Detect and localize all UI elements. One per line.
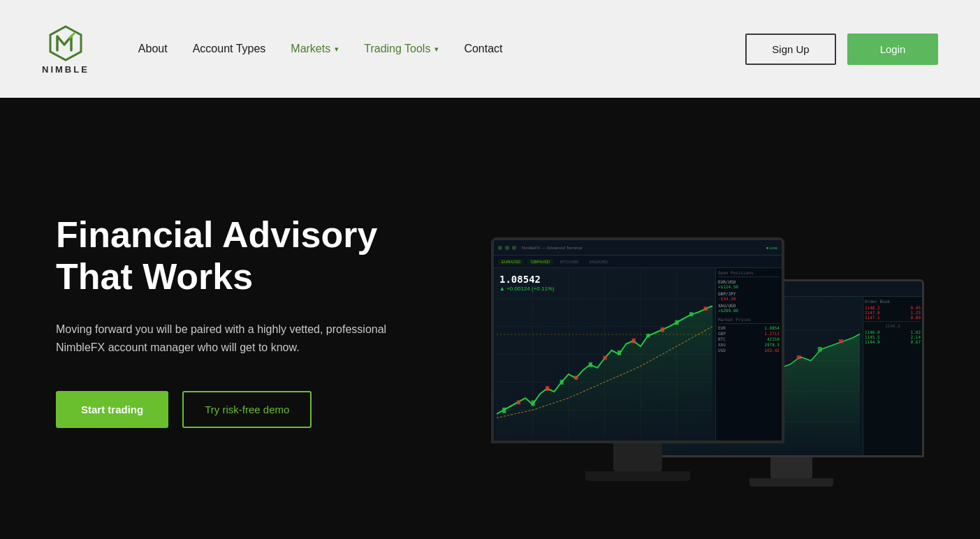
front-screen: NimbleFX — Advanced Terminal ● Live EUR/… (491, 237, 784, 443)
start-trading-button[interactable]: Start trading (56, 391, 168, 428)
nav-trading-tools[interactable]: Trading Tools ▾ (364, 43, 439, 55)
monitor-front: NimbleFX — Advanced Terminal ● Live EUR/… (491, 237, 784, 503)
nav-markets[interactable]: Markets ▾ (291, 43, 339, 55)
hero-section: Financial Advisory That Works Moving for… (0, 98, 980, 539)
nav-links: About Account Types Markets ▾ Trading To… (138, 43, 717, 55)
hero-title: Financial Advisory That Works (56, 214, 447, 298)
svg-rect-29 (574, 376, 578, 380)
navbar: NIMBLE About Account Types Markets ▾ Tra… (0, 0, 980, 98)
svg-rect-30 (589, 362, 592, 367)
svg-rect-38 (704, 307, 708, 311)
svg-rect-27 (546, 386, 549, 391)
svg-rect-31 (603, 356, 606, 360)
nav-actions: Sign Up Login (745, 34, 938, 65)
logo-text: NIMBLE (42, 64, 89, 75)
demo-button[interactable]: Try risk-free demo (182, 391, 312, 428)
signup-button[interactable]: Sign Up (745, 34, 836, 65)
monitors-container: NimbleFX Platform (491, 168, 924, 503)
login-button[interactable]: Login (847, 34, 938, 65)
svg-rect-28 (560, 380, 564, 385)
hero-content: Financial Advisory That Works Moving for… (56, 214, 447, 427)
svg-rect-32 (617, 350, 621, 355)
hero-buttons: Start trading Try risk-free demo (56, 391, 447, 428)
nav-about[interactable]: About (138, 43, 168, 55)
logo-icon (46, 24, 85, 63)
nav-contact[interactable]: Contact (464, 43, 502, 55)
svg-rect-24 (502, 408, 506, 413)
svg-rect-13 (839, 339, 843, 343)
markets-chevron-icon: ▾ (335, 45, 339, 54)
nav-account-types[interactable]: Account Types (193, 43, 266, 55)
trading-tools-chevron-icon: ▾ (434, 45, 439, 54)
svg-rect-11 (797, 355, 801, 359)
svg-rect-35 (661, 327, 664, 332)
svg-rect-36 (675, 320, 678, 325)
svg-rect-12 (818, 347, 822, 352)
svg-rect-26 (531, 401, 534, 406)
svg-rect-37 (689, 312, 693, 316)
svg-rect-25 (517, 401, 520, 405)
hero-visual: NimbleFX Platform (447, 140, 924, 503)
hero-subtitle: Moving forward you will be paired with a… (56, 320, 405, 357)
logo[interactable]: NIMBLE (42, 24, 89, 75)
svg-rect-33 (632, 339, 636, 344)
